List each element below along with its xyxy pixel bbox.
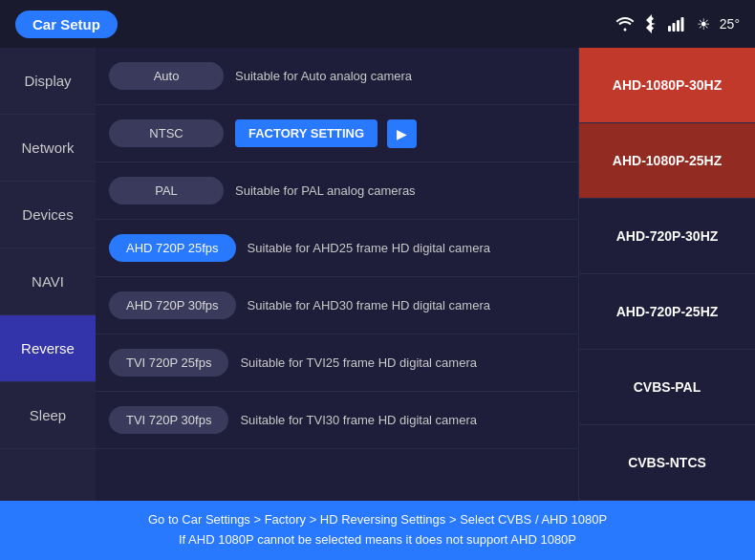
svg-rect-2: [677, 20, 680, 32]
bottom-line2: If AHD 1080P cannot be selected means it…: [15, 530, 740, 550]
top-bar: Car Setup ☀ 25°: [0, 0, 755, 48]
setting-row-pal: PAL Suitable for PAL analog cameras: [96, 162, 578, 220]
right-ahd1080p25hz[interactable]: AHD-1080P-25HZ: [579, 123, 755, 199]
right-ahd720p25hz[interactable]: AHD-720P-25HZ: [579, 274, 755, 350]
svg-rect-1: [672, 23, 675, 32]
bottom-line1: Go to Car Settings > Factory > HD Revers…: [15, 510, 740, 530]
ahd720p25-desc: Suitable for AHD25 frame HD digital came…: [248, 241, 565, 255]
right-cvbs-ntcs[interactable]: CVBS-NTCS: [579, 425, 755, 501]
auto-button[interactable]: Auto: [109, 62, 224, 90]
setting-row-auto: Auto Suitable for Auto analog camera: [96, 48, 578, 105]
pal-desc: Suitable for PAL analog cameras: [235, 183, 565, 198]
auto-desc: Suitable for Auto analog camera: [235, 69, 565, 83]
car-setup-button[interactable]: Car Setup: [15, 11, 118, 38]
main-content: Display Network Devices NAVI Reverse Sle…: [0, 48, 755, 501]
right-ahd1080p30hz[interactable]: AHD-1080P-30HZ: [579, 48, 755, 123]
ahd720p30-desc: Suitable for AHD30 frame HD digital came…: [248, 298, 565, 312]
svg-rect-0: [668, 26, 671, 32]
setting-row-tvi720p30: TVI 720P 30fps Suitable for TVI30 frame …: [96, 392, 578, 449]
right-cvbs-pal[interactable]: CVBS-PAL: [579, 350, 755, 425]
play-button[interactable]: ▶: [387, 119, 417, 148]
sidebar-item-sleep[interactable]: Sleep: [0, 382, 96, 449]
sidebar-item-navi[interactable]: NAVI: [0, 248, 96, 315]
setting-row-ntsc: NTSC FACTORY SETTING ▶: [96, 105, 578, 162]
svg-rect-3: [680, 17, 683, 32]
brightness-value: 25°: [720, 16, 740, 32]
bottom-bar: Go to Car Settings > Factory > HD Revers…: [0, 501, 755, 560]
factory-controls: FACTORY SETTING ▶: [235, 119, 417, 148]
tvi720p30-button[interactable]: TVI 720P 30fps: [109, 406, 228, 434]
setting-row-ahd720p25: AHD 720P 25fps Suitable for AHD25 frame …: [96, 220, 578, 277]
brightness-icon: ☀: [697, 15, 710, 33]
bluetooth-icon: [645, 14, 658, 33]
factory-setting-button[interactable]: FACTORY SETTING: [235, 119, 378, 147]
pal-button[interactable]: PAL: [109, 177, 224, 205]
setting-row-tvi720p25: TVI 720P 25fps Suitable for TVI25 frame …: [96, 334, 578, 392]
ahd720p30-button[interactable]: AHD 720P 30fps: [109, 291, 236, 319]
signal-icon: [668, 16, 687, 32]
tvi720p25-button[interactable]: TVI 720P 25fps: [109, 349, 228, 377]
right-ahd720p30hz[interactable]: AHD-720P-30HZ: [579, 199, 755, 274]
ahd720p25-button[interactable]: AHD 720P 25fps: [109, 234, 236, 262]
setting-row-ahd720p30: AHD 720P 30fps Suitable for AHD30 frame …: [96, 277, 578, 334]
sidebar: Display Network Devices NAVI Reverse Sle…: [0, 48, 96, 501]
wifi-icon: [615, 16, 636, 32]
sidebar-item-display[interactable]: Display: [0, 48, 96, 115]
sidebar-item-reverse[interactable]: Reverse: [0, 315, 96, 382]
center-content: Auto Suitable for Auto analog camera NTS…: [96, 48, 578, 501]
tvi720p30-desc: Suitable for TVI30 frame HD digital came…: [240, 413, 565, 427]
ntsc-button[interactable]: NTSC: [109, 119, 224, 147]
status-icons: ☀ 25°: [615, 14, 740, 33]
sidebar-item-network[interactable]: Network: [0, 115, 96, 182]
right-panel: AHD-1080P-30HZ AHD-1080P-25HZ AHD-720P-3…: [578, 48, 755, 501]
sidebar-item-devices[interactable]: Devices: [0, 182, 96, 248]
tvi720p25-desc: Suitable for TVI25 frame HD digital came…: [240, 355, 565, 370]
